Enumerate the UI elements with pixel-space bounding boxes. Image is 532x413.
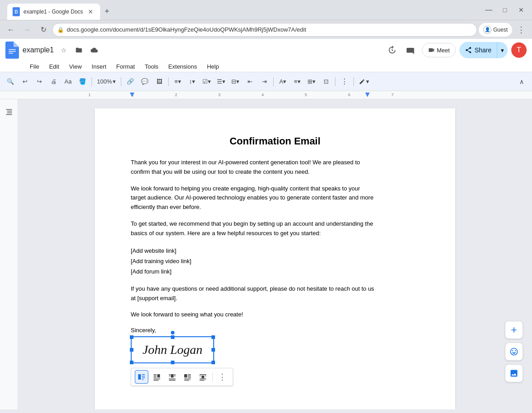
edit-mode-button[interactable]: ▾ [356,75,372,88]
numbered-list-button[interactable]: ⊟▾ [229,75,242,88]
new-tab-button[interactable]: + [101,5,113,18]
comments-button[interactable] [403,42,418,58]
zoom-button[interactable]: 100% ▾ [94,75,119,88]
profile-button[interactable]: 👤 Guest [479,23,512,37]
line-spacing-button[interactable]: ↕▾ [185,75,199,88]
svg-rect-42 [200,374,206,375]
svg-text:7: 7 [391,93,394,97]
svg-text:2: 2 [175,93,177,97]
link-3[interactable]: [Add forum link] [131,266,374,277]
menu-extensions[interactable]: Extensions [164,61,202,72]
svg-rect-23 [157,374,160,378]
svg-text:4: 4 [261,93,264,97]
spellcheck-button[interactable]: Aa [61,75,75,88]
handle-br[interactable] [211,361,215,364]
svg-rect-39 [188,377,191,378]
align-inline-button[interactable] [135,370,148,384]
window-close-button[interactable]: ✕ [514,3,528,17]
handle-tl[interactable] [130,335,133,339]
bullet-list-button[interactable]: ☰▾ [214,75,228,88]
handle-bl[interactable] [130,361,133,364]
increase-indent-button[interactable]: ⇥ [257,75,271,88]
undo-button[interactable]: ↩ [18,75,32,88]
svg-rect-21 [142,378,145,379]
add-fab-button[interactable] [505,321,523,339]
more-tools-button[interactable]: ⋮ [338,75,351,88]
menu-file[interactable]: File [25,61,44,72]
menu-edit[interactable]: Edit [45,61,64,72]
handle-mr[interactable] [211,348,215,352]
svg-rect-31 [174,374,176,375]
paint-format-button[interactable]: 🪣 [76,75,89,88]
menu-format[interactable]: Format [112,61,139,72]
document-page: Confirmation Email Thank you for your in… [95,108,455,409]
align-wrap-left-button[interactable] [150,370,164,384]
outline-toggle-button[interactable] [2,105,16,118]
crop-button[interactable]: ⊡ [319,75,333,88]
svg-rect-19 [142,374,145,375]
tab-favicon: D [13,7,20,16]
decrease-indent-button[interactable]: ⇤ [243,75,257,88]
window-minimize-button[interactable]: — [482,3,496,17]
meet-button[interactable]: Meet [422,43,456,57]
search-tool-button[interactable]: 🔍 [4,75,17,88]
paragraph-3[interactable]: To get started, we recommend that you be… [131,219,374,238]
reload-button[interactable]: ↻ [36,23,50,37]
history-button[interactable] [384,42,399,58]
checklist-button[interactable]: ☑▾ [200,75,213,88]
align-break-button[interactable] [196,370,210,384]
menu-insert[interactable]: Insert [87,61,111,72]
link-button[interactable]: 🔗 [124,75,137,88]
collapse-toolbar-button[interactable]: ∧ [515,75,528,88]
menu-view[interactable]: View [64,61,86,72]
align-wrap-right-button[interactable] [181,370,194,384]
document-title[interactable]: Confirmation Email [131,135,419,147]
handle-bm[interactable] [171,361,174,364]
forward-button[interactable]: → [20,23,34,37]
paragraph-2[interactable]: We look forward to helping you create en… [131,184,374,212]
fab-area [505,321,523,382]
menu-tools[interactable]: Tools [140,61,163,72]
column-button[interactable]: ⊞▾ [305,75,318,88]
cloud-save-button[interactable] [88,44,101,56]
svg-rect-43 [202,376,204,378]
link-1[interactable]: [Add website link] [131,246,374,256]
move-button[interactable] [73,44,85,56]
handle-tm[interactable] [171,335,174,339]
closing-paragraph[interactable]: We look forward to seeing what you creat… [131,310,374,320]
svg-rect-15 [7,111,12,112]
text-align-button[interactable]: ≡▾ [290,75,304,88]
back-button[interactable]: ← [4,23,18,37]
handle-ml[interactable] [130,348,133,352]
paragraph-1[interactable]: Thank you for your interest in our AI-po… [131,158,374,177]
share-button[interactable]: Share [459,42,497,58]
highlight-color-button[interactable]: A▾ [276,75,289,88]
svg-rect-1 [9,51,16,52]
signature-image[interactable]: John Logan [131,336,214,363]
align-button[interactable]: ≡▾ [171,75,184,88]
star-button[interactable]: ☆ [57,44,70,56]
address-bar[interactable]: 🔒 docs.google.com/document/d/1sE9OlkaHyn… [52,23,477,37]
link-2[interactable]: [Add training video link] [131,256,374,266]
svg-text:3: 3 [218,93,220,97]
align-wrap-center-button[interactable] [165,370,179,384]
emoji-fab-button[interactable] [505,343,523,361]
image-fab-button[interactable] [505,364,523,382]
signature-area: Sincerely, [131,327,419,386]
menu-help[interactable]: Help [202,61,224,72]
window-maximize-button[interactable]: □ [498,3,512,17]
comment-tool-button[interactable]: 💬 [138,75,151,88]
redo-button[interactable]: ↪ [32,75,46,88]
top-handle[interactable] [171,331,174,334]
image-button[interactable]: 🖼 [152,75,166,88]
share-dropdown-button[interactable]: ▾ [497,42,508,58]
print-button[interactable]: 🖨 [47,75,60,88]
browser-more-button[interactable]: ⋮ [514,23,528,37]
support-paragraph[interactable]: If you have any questions or need additi… [131,284,374,303]
tab-close-icon[interactable]: ✕ [87,8,95,16]
browser-tab-active[interactable]: D example1 - Google Docs ✕ [7,4,100,20]
user-avatar-button[interactable]: T [511,42,527,58]
image-more-options-button[interactable]: ⋮ [216,370,229,384]
document-name[interactable]: example1 [23,46,54,54]
handle-tr[interactable] [211,335,215,339]
